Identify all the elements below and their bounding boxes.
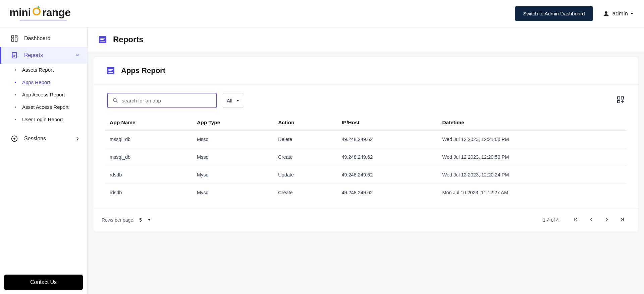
last-page-icon xyxy=(619,216,625,222)
table-footer: Rows per page: 5 1-4 of 4 xyxy=(94,208,638,231)
cell-datetime: Wed Jul 12 2023, 12:20:24 PM xyxy=(437,166,627,184)
cell-app-name: rdsdb xyxy=(105,184,192,202)
cell-app-type: Mssql xyxy=(192,131,273,148)
cell-datetime: Wed Jul 12 2023, 12:21:00 PM xyxy=(437,131,627,148)
add-widget-button[interactable] xyxy=(616,96,625,105)
svg-rect-5 xyxy=(618,97,620,99)
sessions-icon xyxy=(11,135,18,142)
chevron-right-icon xyxy=(604,216,610,222)
user-name: admin xyxy=(612,10,628,17)
chevron-down-icon xyxy=(74,52,80,58)
page-icon xyxy=(99,36,106,43)
rows-per-page-label: Rows per page: xyxy=(102,217,135,223)
bullet-icon xyxy=(15,82,16,83)
svg-point-3 xyxy=(13,138,15,140)
bullet-icon xyxy=(15,69,16,71)
cell-ip: 49.248.249.62 xyxy=(337,184,437,202)
apps-report-table: App Name App Type Action IP/Host Datetim… xyxy=(105,115,627,201)
sidebar-sub-app-access-report[interactable]: App Access Report xyxy=(0,88,87,101)
svg-rect-6 xyxy=(621,97,624,99)
top-bar: mini range Switch to Admin Dashboard adm… xyxy=(0,0,644,27)
logo-text-mini: mini xyxy=(9,6,31,19)
col-action[interactable]: Action xyxy=(273,115,337,131)
table-row: mssql_db Mssql Delete 49.248.249.62 Wed … xyxy=(105,131,627,148)
sidebar-label-reports: Reports xyxy=(24,52,43,58)
page-header: Reports xyxy=(88,27,644,52)
search-icon xyxy=(112,97,118,103)
sub-label: Asset Access Report xyxy=(22,104,68,110)
cell-ip: 49.248.249.62 xyxy=(337,148,437,166)
filter-select[interactable]: All xyxy=(222,93,244,108)
cell-app-name: rdsdb xyxy=(105,166,192,184)
col-datetime[interactable]: Datetime xyxy=(437,115,627,131)
sidebar-sub-user-login-report[interactable]: User Login Report xyxy=(0,113,87,126)
svg-point-0 xyxy=(33,8,40,15)
sidebar-sub-assets-report[interactable]: Assets Report xyxy=(0,64,87,76)
cell-app-type: Mysql xyxy=(192,166,273,184)
table-row: rdsdb Mysql Create 49.248.249.62 Mon Jul… xyxy=(105,184,627,202)
cell-action: Create xyxy=(273,148,337,166)
search-input[interactable] xyxy=(118,98,212,103)
cell-app-name: mssql_db xyxy=(105,148,192,166)
switch-dashboard-button[interactable]: Switch to Admin Dashboard xyxy=(515,6,593,21)
cell-app-type: Mssql xyxy=(192,148,273,166)
cell-ip: 49.248.249.62 xyxy=(337,166,437,184)
table-row: rdsdb Mysql Update 49.248.249.62 Wed Jul… xyxy=(105,166,627,184)
sub-label: Assets Report xyxy=(22,67,54,73)
reports-icon xyxy=(11,52,18,59)
sidebar-sub-asset-access-report[interactable]: Asset Access Report xyxy=(0,101,87,113)
sidebar-label-sessions: Sessions xyxy=(24,136,46,142)
next-page-button[interactable] xyxy=(599,214,614,225)
rows-per-page-select[interactable]: 5 xyxy=(139,217,151,223)
report-card: Apps Report All xyxy=(94,57,638,231)
last-page-button[interactable] xyxy=(614,214,630,225)
chevron-down-icon xyxy=(148,219,151,221)
orange-icon xyxy=(32,6,42,19)
bullet-icon xyxy=(15,106,16,108)
svg-point-4 xyxy=(113,98,116,101)
chevron-right-icon xyxy=(74,136,80,142)
user-menu[interactable]: admin xyxy=(602,10,633,17)
search-field[interactable] xyxy=(107,93,217,108)
first-page-button[interactable] xyxy=(568,214,584,225)
col-ip-host[interactable]: IP/Host xyxy=(337,115,437,131)
sidebar-label-dashboard: Dashboard xyxy=(24,35,50,42)
logo[interactable]: mini range xyxy=(9,6,70,21)
cell-action: Delete xyxy=(273,131,337,148)
sub-label: User Login Report xyxy=(22,117,63,122)
grid-plus-icon xyxy=(616,96,625,104)
dashboard-icon xyxy=(11,35,18,42)
col-app-type[interactable]: App Type xyxy=(192,115,273,131)
contact-us-button[interactable]: Contact Us xyxy=(4,275,83,290)
cell-app-type: Mysql xyxy=(192,184,273,202)
cell-datetime: Wed Jul 12 2023, 12:20:50 PM xyxy=(437,148,627,166)
table-header-row: App Name App Type Action IP/Host Datetim… xyxy=(105,115,627,131)
col-app-name[interactable]: App Name xyxy=(105,115,192,131)
user-icon xyxy=(602,10,610,17)
logo-underline xyxy=(20,20,67,21)
sub-label: Apps Report xyxy=(22,79,50,85)
cell-app-name: mssql_db xyxy=(105,131,192,148)
sidebar-sub-apps-report[interactable]: Apps Report xyxy=(0,76,87,88)
sidebar-item-dashboard[interactable]: Dashboard xyxy=(0,30,87,47)
first-page-icon xyxy=(573,216,579,222)
chevron-down-icon xyxy=(631,13,633,14)
card-title: Apps Report xyxy=(121,66,165,75)
logo-text-range: range xyxy=(42,6,71,19)
toolbar: All xyxy=(94,85,638,112)
bullet-icon xyxy=(15,94,16,95)
cell-action: Update xyxy=(273,166,337,184)
sidebar-item-sessions[interactable]: Sessions xyxy=(0,130,87,147)
sidebar: Dashboard Reports Assets Report Apps Rep… xyxy=(0,27,88,294)
chevron-left-icon xyxy=(588,216,594,222)
sidebar-item-reports[interactable]: Reports xyxy=(0,47,87,64)
bullet-icon xyxy=(15,119,16,120)
svg-rect-7 xyxy=(618,100,620,103)
cell-action: Create xyxy=(273,184,337,202)
table-row: mssql_db Mssql Create 49.248.249.62 Wed … xyxy=(105,148,627,166)
filter-value: All xyxy=(227,98,232,103)
prev-page-button[interactable] xyxy=(584,214,599,225)
cell-ip: 49.248.249.62 xyxy=(337,131,437,148)
card-icon xyxy=(107,67,114,74)
page-title: Reports xyxy=(113,35,144,44)
